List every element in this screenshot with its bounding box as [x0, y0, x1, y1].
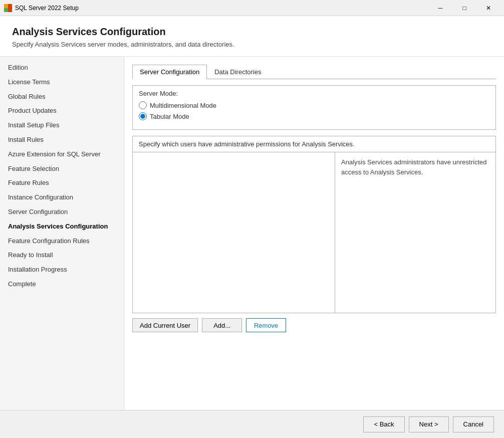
body: Edition License Terms Global Rules Produ… [0, 57, 504, 410]
page-title: Analysis Services Configuration [12, 26, 492, 38]
add-current-user-button[interactable]: Add Current User [132, 318, 198, 332]
multidimensional-radio[interactable] [139, 101, 147, 109]
admin-body: Analysis Services administrators have un… [133, 152, 495, 313]
tabular-label[interactable]: Tabular Mode [150, 113, 189, 120]
remove-button[interactable]: Remove [246, 318, 286, 332]
admin-description-text: Analysis Services administrators have un… [335, 152, 495, 313]
sidebar-item-install-setup-files[interactable]: Install Setup Files [0, 118, 124, 133]
tab-server-configuration[interactable]: Server Configuration [132, 65, 207, 79]
main-content: Server Configuration Data Directories Se… [124, 57, 504, 410]
sidebar-item-analysis-services-configuration[interactable]: Analysis Services Configuration [0, 220, 124, 234]
sidebar-item-feature-selection[interactable]: Feature Selection [0, 162, 124, 176]
sidebar-item-global-rules[interactable]: Global Rules [0, 90, 124, 104]
multidimensional-row: Multidimensional Mode [139, 101, 489, 109]
sidebar-item-complete[interactable]: Complete [0, 277, 124, 292]
sidebar-item-feature-configuration-rules[interactable]: Feature Configuration Rules [0, 234, 124, 249]
page-header: Analysis Services Configuration Specify … [0, 16, 504, 57]
tabular-radio[interactable] [139, 112, 147, 120]
title-bar-controls: ─ □ ✕ [429, 3, 500, 13]
title-bar-text: SQL Server 2022 Setup [15, 5, 429, 12]
cancel-button[interactable]: Cancel [453, 416, 494, 432]
maximize-button[interactable]: □ [453, 3, 476, 13]
tab-bar: Server Configuration Data Directories [132, 65, 496, 79]
sidebar: Edition License Terms Global Rules Produ… [0, 57, 124, 410]
tab-data-directories[interactable]: Data Directories [207, 65, 269, 79]
server-mode-legend: Server Mode: [139, 90, 489, 97]
sidebar-item-azure-extension[interactable]: Azure Extension for SQL Server [0, 147, 124, 162]
sidebar-item-license-terms[interactable]: License Terms [0, 75, 124, 90]
tabular-row: Tabular Mode [139, 112, 489, 120]
multidimensional-label[interactable]: Multidimensional Mode [150, 102, 216, 109]
sidebar-item-ready-to-install[interactable]: Ready to Install [0, 248, 124, 263]
bottom-bar: < Back Next > Cancel [0, 410, 504, 438]
sidebar-item-installation-progress[interactable]: Installation Progress [0, 263, 124, 277]
app-icon [4, 4, 12, 12]
admin-user-list[interactable] [133, 152, 335, 313]
minimize-button[interactable]: ─ [429, 3, 452, 13]
sidebar-item-instance-configuration[interactable]: Instance Configuration [0, 190, 124, 205]
page-subtitle: Specify Analysis Services server modes, … [12, 41, 492, 48]
sidebar-item-edition[interactable]: Edition [0, 61, 124, 75]
add-button[interactable]: Add... [202, 318, 242, 332]
close-button[interactable]: ✕ [477, 3, 500, 13]
admin-section: Specify which users have administrative … [132, 136, 496, 313]
admin-button-row: Add Current User Add... Remove [132, 318, 496, 332]
sidebar-item-server-configuration[interactable]: Server Configuration [0, 205, 124, 220]
title-bar: SQL Server 2022 Setup ─ □ ✕ [0, 0, 504, 16]
next-button[interactable]: Next > [409, 416, 449, 432]
sidebar-item-feature-rules[interactable]: Feature Rules [0, 176, 124, 190]
sidebar-item-product-updates[interactable]: Product Updates [0, 104, 124, 118]
window-content: Analysis Services Configuration Specify … [0, 16, 504, 410]
admin-header-text: Specify which users have administrative … [133, 136, 495, 152]
sidebar-item-install-rules[interactable]: Install Rules [0, 133, 124, 147]
back-button[interactable]: < Back [363, 416, 404, 432]
server-mode-group: Server Mode: Multidimensional Mode Tabul… [132, 85, 496, 130]
